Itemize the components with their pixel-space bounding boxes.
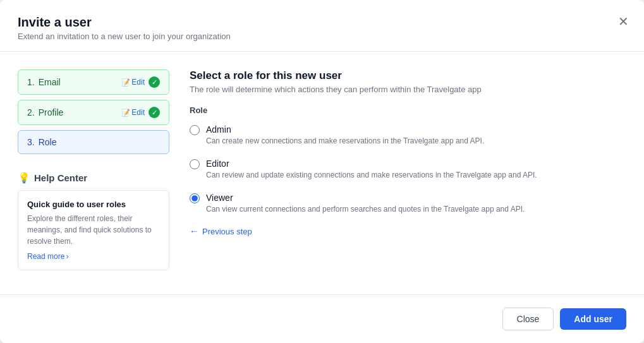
prev-step-label: Previous step — [202, 227, 252, 236]
read-more-label: Read more — [27, 252, 64, 261]
help-card-title: Quick guide to user roles — [27, 200, 160, 209]
close-icon[interactable]: ✕ — [616, 13, 631, 30]
modal-subtitle: Extend an invitation to a new user to jo… — [18, 32, 626, 41]
step-email-actions: 📝 Edit ✓ — [121, 76, 160, 88]
step-role-label-group: 3. Role — [27, 137, 56, 147]
help-card: Quick guide to user roles Explore the di… — [18, 190, 169, 270]
help-card-text: Explore the different roles, their meani… — [27, 213, 160, 247]
modal-footer: Close Add user — [0, 294, 644, 343]
step-email[interactable]: 1. Email 📝 Edit ✓ — [18, 69, 169, 95]
step-email-edit-label: Edit — [131, 78, 145, 87]
role-editor-radio[interactable] — [190, 159, 200, 169]
modal-body: 1. Email 📝 Edit ✓ 2. Profile — [0, 52, 644, 277]
role-viewer-name[interactable]: Viewer — [206, 193, 233, 203]
step-email-edit-link[interactable]: 📝 Edit — [121, 78, 145, 87]
step-profile-edit-label: Edit — [131, 108, 145, 117]
modal-header: Invite a user Extend an invitation to a … — [0, 0, 644, 52]
role-option-editor: Editor Can review and update existing co… — [190, 158, 626, 181]
edit-icon: 📝 — [121, 78, 130, 87]
step-profile-check-icon: ✓ — [149, 107, 160, 118]
chevron-right-icon: › — [66, 252, 68, 261]
role-label: Role — [190, 105, 626, 115]
role-viewer-radio[interactable] — [190, 193, 200, 203]
role-admin-desc: Can create new connections and make rese… — [206, 135, 484, 147]
step-role-number: 3. — [27, 137, 35, 147]
step-email-check-icon: ✓ — [149, 76, 160, 88]
role-admin-name[interactable]: Admin — [206, 124, 231, 135]
step-email-label-group: 1. Email — [27, 77, 61, 87]
edit-icon-profile: 📝 — [121, 109, 130, 117]
role-option-viewer: Viewer Can view current connections and … — [190, 192, 626, 215]
close-button[interactable]: Close — [502, 308, 554, 330]
arrow-left-icon: ← — [190, 226, 198, 236]
role-option-admin: Admin Can create new connections and mak… — [190, 124, 626, 147]
section-subtitle: The role will determine which actions th… — [190, 85, 626, 94]
role-editor-desc: Can review and update existing connectio… — [206, 169, 537, 181]
prev-step-button[interactable]: ← Previous step — [190, 226, 252, 236]
role-admin-radio[interactable] — [190, 125, 200, 135]
step-profile-label: Profile — [39, 107, 64, 117]
step-profile-edit-link[interactable]: 📝 Edit — [121, 108, 145, 117]
step-profile-number: 2. — [27, 107, 35, 117]
step-profile-label-group: 2. Profile — [27, 107, 63, 117]
role-admin-content: Admin Can create new connections and mak… — [206, 124, 484, 147]
lightbulb-icon: 💡 — [18, 172, 30, 184]
role-viewer-content: Viewer Can view current connections and … — [206, 192, 525, 215]
step-profile-actions: 📝 Edit ✓ — [121, 107, 160, 118]
step-email-number: 1. — [27, 77, 35, 87]
right-panel: Select a role for this new user The role… — [190, 69, 626, 277]
add-user-button[interactable]: Add user — [560, 308, 626, 330]
section-title: Select a role for this new user — [190, 69, 626, 82]
read-more-link[interactable]: Read more › — [27, 252, 160, 261]
role-viewer-desc: Can view current connections and perform… — [206, 203, 525, 215]
help-center-title: 💡 Help Center — [18, 172, 169, 184]
step-email-label: Email — [39, 77, 61, 87]
role-editor-content: Editor Can review and update existing co… — [206, 158, 537, 181]
help-section: 💡 Help Center Quick guide to user roles … — [18, 172, 169, 270]
invite-user-modal: Invite a user Extend an invitation to a … — [0, 0, 644, 343]
step-role-label: Role — [39, 137, 57, 147]
modal-title: Invite a user — [18, 15, 626, 30]
step-profile[interactable]: 2. Profile 📝 Edit ✓ — [18, 100, 169, 125]
left-panel: 1. Email 📝 Edit ✓ 2. Profile — [18, 69, 169, 277]
role-editor-name[interactable]: Editor — [206, 159, 229, 169]
step-role[interactable]: 3. Role — [18, 130, 169, 154]
